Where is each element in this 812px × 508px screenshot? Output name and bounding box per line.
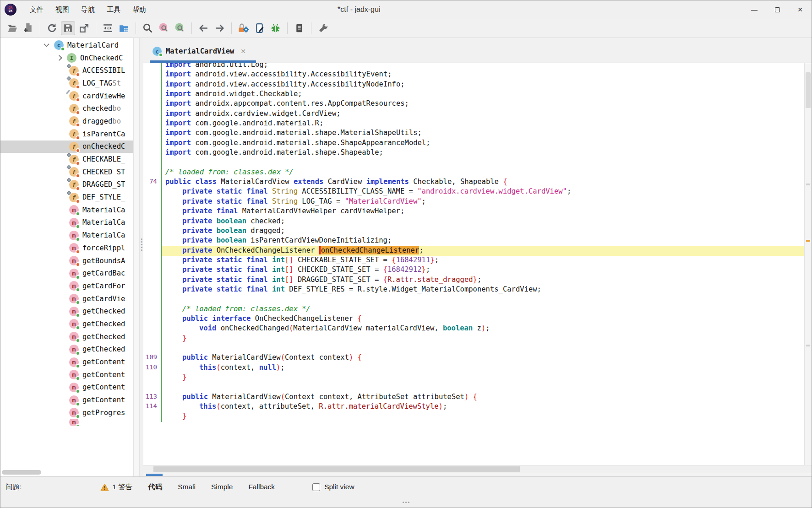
code-line-text[interactable]: private boolean checked; xyxy=(162,217,804,227)
tree-item-DEF_STYLE_[interactable]: fDEF_STYLE_ xyxy=(0,191,133,204)
export-button[interactable] xyxy=(77,21,91,35)
deobfuscation-button[interactable] xyxy=(236,21,251,35)
code-line-26[interactable]: /* loaded from: classes.dex */ xyxy=(143,305,804,314)
editor-horizontal-scrollbar[interactable] xyxy=(143,465,812,473)
view-tab-代码[interactable]: 代码 xyxy=(148,483,162,491)
code-line-19[interactable]: private boolean isParentCardViewDoneInit… xyxy=(143,236,804,246)
code-line-text[interactable]: import android.util.Log; xyxy=(162,63,804,70)
code-line-31[interactable]: 109public MaterialCardView(Context conte… xyxy=(143,353,804,363)
debug-button[interactable] xyxy=(268,21,283,35)
code-line-24[interactable]: private static final int DEF_STYLE_RES =… xyxy=(143,285,804,295)
code-line-2[interactable]: import android.view.accessibility.Access… xyxy=(143,70,804,80)
log-viewer-button[interactable] xyxy=(292,21,306,35)
code-line-text[interactable]: } xyxy=(162,334,804,344)
code-line-36[interactable]: 114this(context, attributeSet, R.attr.ma… xyxy=(143,402,804,412)
tree-item-cardViewHe[interactable]: fcardViewHe xyxy=(0,90,133,103)
tree-item-checked[interactable]: fchecked bo xyxy=(0,102,133,115)
tree-item-forceRippl[interactable]: mforceRippl xyxy=(0,242,133,254)
class-search-button[interactable] xyxy=(173,21,187,35)
sync-with-editor-button[interactable] xyxy=(101,21,115,35)
tab-materialcardview[interactable]: c MaterialCardView ✕ xyxy=(150,42,249,60)
code-line-3[interactable]: import android.view.accessibility.Access… xyxy=(143,80,804,90)
code-line-text[interactable]: private static final int[] DRAGGED_STATE… xyxy=(162,276,804,285)
code-line-18[interactable]: private boolean dragged; xyxy=(143,227,804,236)
expand-chevron-icon[interactable] xyxy=(56,55,62,61)
menu-item-5[interactable]: 帮助 xyxy=(126,3,152,17)
open-file-button[interactable] xyxy=(5,21,19,35)
tree-item-MaterialCa[interactable]: mMaterialCa xyxy=(0,229,133,242)
code-line-8[interactable]: import com.google.android.material.shape… xyxy=(143,129,804,138)
tree-item-getCardFor[interactable]: mgetCardFor xyxy=(0,280,133,292)
tree-item-dragged[interactable]: fdragged bo xyxy=(0,115,133,128)
code-line-20[interactable]: private OnCheckedChangeListener onChecke… xyxy=(143,246,804,256)
code-line-text[interactable]: import com.google.android.material.R; xyxy=(162,119,804,129)
tab-close-icon[interactable]: ✕ xyxy=(240,48,246,55)
code-line-9[interactable]: import com.google.android.material.shape… xyxy=(143,139,804,148)
code-line-34[interactable] xyxy=(143,383,804,392)
tree-item-CHECKABLE_[interactable]: fCHECKABLE_ xyxy=(0,153,133,166)
code-line-text[interactable]: import androidx.cardview.widget.CardView… xyxy=(162,109,804,119)
code-line-text[interactable]: public interface OnCheckedChangeListener… xyxy=(162,314,804,324)
view-tab-Fallback[interactable]: Fallback xyxy=(248,483,275,491)
highlighted-identifier[interactable]: onCheckedChangeListener xyxy=(319,246,420,254)
tree-item-DRAGGED_ST[interactable]: fDRAGGED_ST xyxy=(0,178,133,191)
tree-item-getProgres[interactable]: mgetProgres xyxy=(0,406,133,419)
code-line-text[interactable]: import com.google.android.material.shape… xyxy=(162,139,804,148)
tree-item-getContent[interactable]: mgetContent xyxy=(0,381,133,394)
tree-item-partial-30[interactable]: m xyxy=(0,419,133,426)
warning-indicator[interactable]: 1 警告 xyxy=(100,482,132,492)
code-line-4[interactable]: import android.widget.Checkable; xyxy=(143,90,804,99)
code-line-text[interactable]: this(context, attributeSet, R.attr.mater… xyxy=(162,402,804,412)
tree-item-ACCESSIBIL[interactable]: fACCESSIBIL xyxy=(0,64,133,77)
collapse-chevron-icon[interactable] xyxy=(44,41,49,47)
code-line-text[interactable]: import androidx.appcompat.content.res.Ap… xyxy=(162,99,804,109)
code-line-1[interactable]: import android.util.Log; xyxy=(143,63,804,70)
tree-item-getChecked[interactable]: mgetChecked xyxy=(0,330,133,343)
menu-item-1[interactable]: 文件 xyxy=(24,3,49,17)
rename-button[interactable] xyxy=(252,21,267,35)
code-line-21[interactable]: private static final int[] CHECKABLE_STA… xyxy=(143,256,804,265)
code-line-text[interactable]: private boolean dragged; xyxy=(162,227,804,236)
close-button[interactable]: ✕ xyxy=(789,0,812,19)
bottom-resize-handle-icon[interactable] xyxy=(403,502,404,503)
code-line-text[interactable]: private boolean isParentCardViewDoneInit… xyxy=(162,236,804,246)
panel-splitter[interactable] xyxy=(140,38,143,476)
code-line-12[interactable]: /* loaded from: classes.dex */ xyxy=(143,168,804,178)
code-line-22[interactable]: private static final int[] CHECKED_STATE… xyxy=(143,265,804,275)
flat-packages-button[interactable] xyxy=(117,21,131,35)
menu-item-2[interactable]: 视图 xyxy=(49,3,75,17)
code-line-13[interactable]: 74public class MaterialCardView extends … xyxy=(143,178,804,187)
text-search-button[interactable] xyxy=(157,21,171,35)
view-tab-Simple[interactable]: Simple xyxy=(211,483,233,491)
code-line-text[interactable]: private static final int[] CHECKABLE_STA… xyxy=(162,256,804,265)
preferences-button[interactable] xyxy=(316,21,330,35)
code-line-text[interactable]: private static final String ACCESSIBILIT… xyxy=(162,187,804,197)
tree-item-MaterialCa[interactable]: mMaterialCa xyxy=(0,204,133,216)
code-line-text[interactable]: } xyxy=(162,373,804,383)
split-view-checkbox[interactable] xyxy=(312,483,320,491)
code-line-text[interactable]: } xyxy=(162,412,804,422)
code-line-text[interactable]: public MaterialCardView(Context context)… xyxy=(162,353,804,363)
tree-item-getContent[interactable]: mgetContent xyxy=(0,394,133,406)
code-line-33[interactable]: } xyxy=(143,373,804,383)
tree-item-getChecked[interactable]: mgetChecked xyxy=(0,305,133,318)
code-line-text[interactable]: import android.widget.Checkable; xyxy=(162,90,804,99)
code-line-6[interactable]: import androidx.cardview.widget.CardView… xyxy=(143,109,804,119)
code-line-10[interactable]: import com.google.android.material.shape… xyxy=(143,148,804,158)
code-line-text[interactable]: private static final String LOG_TAG = "M… xyxy=(162,197,804,207)
code-line-text[interactable]: this(context, null); xyxy=(162,363,804,373)
minimize-button[interactable]: — xyxy=(743,0,766,19)
search-button[interactable] xyxy=(141,21,155,35)
code-line-text[interactable]: public MaterialCardView(Context context,… xyxy=(162,393,804,402)
tree-item-getContent[interactable]: mgetContent xyxy=(0,356,133,368)
tree-item-LOG_TAG[interactable]: fLOG_TAG St xyxy=(0,77,133,90)
code-line-35[interactable]: 113public MaterialCardView(Context conte… xyxy=(143,393,804,402)
hscroll-thumb[interactable] xyxy=(153,466,520,472)
tree-item-onCheckedC[interactable]: fonCheckedC xyxy=(0,141,133,153)
save-all-button[interactable] xyxy=(61,21,75,35)
menu-item-4[interactable]: 工具 xyxy=(101,3,126,17)
tree-item-getContent[interactable]: mgetContent xyxy=(0,368,133,381)
code-line-text[interactable]: import android.view.accessibility.Access… xyxy=(162,70,804,80)
code-line-29[interactable]: } xyxy=(143,334,804,344)
code-line-5[interactable]: import androidx.appcompat.content.res.Ap… xyxy=(143,99,804,109)
